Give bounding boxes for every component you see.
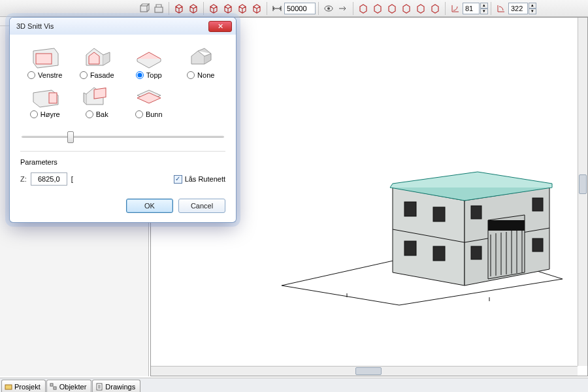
- cancel-label: Cancel: [191, 202, 213, 210]
- dialog-buttons: OK Cancel: [20, 199, 225, 213]
- fasade-radio[interactable]: [80, 71, 88, 79]
- dialog-titlebar[interactable]: 3D Snitt Vis ✕: [10, 18, 236, 35]
- svg-rect-14: [50, 384, 53, 386]
- radio-label: Topp: [146, 71, 162, 79]
- vscroll-thumb[interactable]: [579, 174, 587, 194]
- cube-red-6-icon[interactable]: [429, 2, 442, 15]
- view-empty: [176, 84, 226, 118]
- radio-label: Venstre: [38, 71, 62, 79]
- slider-thumb[interactable]: [67, 131, 74, 143]
- svg-point-3: [327, 7, 330, 10]
- svg-rect-0: [140, 6, 147, 12]
- value1-field[interactable]: [463, 3, 480, 14]
- cube-view-4-icon[interactable]: [221, 2, 235, 15]
- svg-rect-15: [54, 387, 56, 389]
- venstre-radio[interactable]: [27, 71, 35, 79]
- divider: [20, 151, 225, 152]
- view-tool-icon[interactable]: [138, 2, 151, 15]
- cube-view-5-icon[interactable]: [236, 2, 249, 15]
- ok-button[interactable]: OK: [126, 199, 173, 213]
- radio-label: Bak: [96, 110, 108, 118]
- bunn-icon: [133, 85, 165, 108]
- svg-rect-4: [404, 202, 416, 216]
- value2-spinner[interactable]: ▴▾: [529, 3, 536, 14]
- view-none[interactable]: None: [176, 45, 226, 79]
- dialog-title: 3D Snitt Vis: [16, 22, 54, 30]
- hoyre-icon: [29, 85, 61, 108]
- view-bak[interactable]: Bak: [73, 84, 122, 118]
- toolbar-separator: [445, 2, 446, 15]
- value1-spinner[interactable]: ▴▾: [480, 3, 488, 14]
- eye-icon[interactable]: [322, 2, 335, 15]
- radio-label: None: [197, 71, 214, 79]
- svg-rect-19: [94, 88, 106, 99]
- z-input[interactable]: [31, 172, 67, 186]
- svg-rect-9: [532, 198, 543, 211]
- view-bunn[interactable]: Bunn: [124, 84, 174, 118]
- close-button[interactable]: ✕: [208, 21, 232, 32]
- 3d-snitt-vis-dialog: 3D Snitt Vis ✕ Venstre Fasade Topp None: [9, 17, 237, 223]
- svg-rect-5: [433, 207, 445, 221]
- dimension-arrows-icon[interactable]: [270, 2, 284, 15]
- view-fasade[interactable]: Fasade: [73, 45, 122, 79]
- svg-rect-12: [488, 220, 525, 231]
- cube-view-6-icon[interactable]: [250, 2, 263, 15]
- tab-objekter[interactable]: Objekter: [46, 380, 92, 392]
- cube-view-1-icon[interactable]: [172, 2, 186, 15]
- cube-red-5-icon[interactable]: [414, 2, 427, 15]
- dialog-body: Venstre Fasade Topp None Høyre Bak: [10, 35, 236, 222]
- folder-icon: [5, 383, 12, 391]
- cube-red-1-icon[interactable]: [357, 2, 370, 15]
- radio-label: Bunn: [146, 110, 163, 118]
- render-tool-icon[interactable]: [152, 2, 165, 15]
- svg-rect-10: [471, 246, 482, 259]
- parameters-heading: Parameters: [20, 158, 225, 166]
- bak-icon: [81, 85, 112, 108]
- parameters-row: Z: [ Lås Rutenett: [20, 172, 225, 186]
- none-radio[interactable]: [187, 71, 195, 79]
- tab-label: Objekter: [59, 383, 87, 391]
- hscroll-thumb[interactable]: [355, 367, 382, 375]
- tab-label: Drawings: [105, 383, 135, 391]
- tab-drawings[interactable]: Drawings: [92, 380, 140, 392]
- distance-field[interactable]: [284, 3, 316, 14]
- cube-view-3-icon[interactable]: [207, 2, 220, 15]
- bottom-tab-bar: Prosjekt Objekter Drawings: [0, 378, 588, 392]
- cancel-button[interactable]: Cancel: [178, 199, 225, 213]
- building-model: [262, 142, 576, 312]
- radio-label: Høyre: [41, 110, 60, 118]
- section-slider[interactable]: [22, 130, 224, 144]
- view-topp[interactable]: Topp: [124, 45, 174, 79]
- topp-radio[interactable]: [136, 71, 144, 79]
- view-grid: Venstre Fasade Topp None Høyre Bak: [20, 45, 225, 118]
- angle-x-icon[interactable]: [495, 2, 508, 15]
- lock-grid-checkbox[interactable]: Lås Rutenett: [174, 175, 225, 184]
- slider-track: [22, 136, 224, 138]
- tab-prosjekt[interactable]: Prosjekt: [1, 380, 46, 392]
- checkbox-icon: [174, 175, 182, 184]
- bunn-radio[interactable]: [135, 110, 143, 118]
- hoyre-radio[interactable]: [30, 110, 38, 118]
- horizontal-scrollbar[interactable]: [151, 366, 578, 376]
- svg-rect-8: [471, 206, 482, 219]
- toolbar-separator: [353, 2, 353, 15]
- cube-view-2-icon[interactable]: [187, 2, 200, 15]
- svg-rect-11: [532, 238, 543, 252]
- bak-radio[interactable]: [86, 110, 93, 118]
- view-venstre[interactable]: Venstre: [20, 45, 70, 79]
- toolbar-separator: [267, 2, 267, 15]
- cube-red-3-icon[interactable]: [385, 2, 399, 15]
- radio-label: Fasade: [90, 71, 114, 79]
- vertical-scrollbar[interactable]: [578, 18, 587, 366]
- angle-z-icon[interactable]: [449, 2, 462, 15]
- view-hoyre[interactable]: Høyre: [20, 84, 70, 118]
- cube-red-4-icon[interactable]: [400, 2, 413, 15]
- direction-icon[interactable]: [336, 2, 350, 15]
- svg-rect-6: [404, 241, 416, 255]
- value2-field[interactable]: [508, 3, 528, 14]
- toolbar-separator: [318, 2, 319, 15]
- z-label: Z:: [20, 175, 27, 183]
- svg-rect-18: [49, 93, 57, 103]
- cube-red-2-icon[interactable]: [371, 2, 384, 15]
- svg-rect-7: [433, 246, 445, 261]
